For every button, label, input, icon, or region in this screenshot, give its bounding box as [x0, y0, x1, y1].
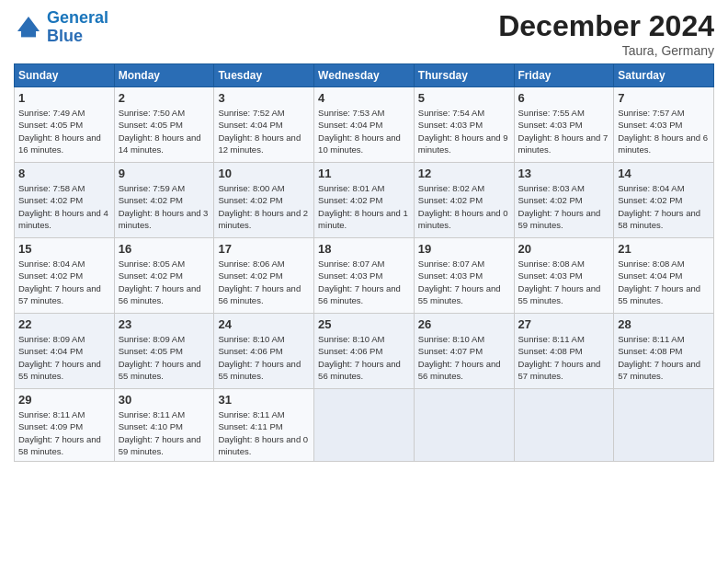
- sunrise-label: Sunrise: 8:08 AM: [518, 259, 585, 269]
- daylight-label: Daylight: 8 hours and 2 minutes.: [218, 208, 308, 230]
- header: General Blue December 2024 Taura, German…: [14, 9, 714, 58]
- table-row: 30 Sunrise: 8:11 AM Sunset: 4:10 PM Dayl…: [114, 389, 214, 462]
- table-row: 26 Sunrise: 8:10 AM Sunset: 4:07 PM Dayl…: [414, 314, 514, 389]
- daylight-label: Daylight: 8 hours and 9 minutes.: [418, 132, 508, 155]
- table-row: 14 Sunrise: 8:04 AM Sunset: 4:02 PM Dayl…: [614, 163, 714, 238]
- table-row: 9 Sunrise: 7:59 AM Sunset: 4:02 PM Dayli…: [114, 163, 214, 238]
- table-row: 10 Sunrise: 8:00 AM Sunset: 4:02 PM Dayl…: [214, 163, 314, 238]
- sunset-label: Sunset: 4:06 PM: [318, 346, 382, 356]
- daylight-label: Daylight: 8 hours and 0 minutes.: [218, 434, 308, 456]
- sunset-label: Sunset: 4:02 PM: [18, 270, 83, 281]
- sunset-label: Sunset: 4:08 PM: [518, 346, 583, 356]
- table-row: 8 Sunrise: 7:58 AM Sunset: 4:02 PM Dayli…: [15, 163, 115, 238]
- day-number: 18: [318, 242, 410, 256]
- day-number: 29: [18, 393, 110, 407]
- main-container: General Blue December 2024 Taura, German…: [0, 0, 728, 471]
- table-row: 25 Sunrise: 8:10 AM Sunset: 4:06 PM Dayl…: [314, 314, 415, 389]
- table-row: 24 Sunrise: 8:10 AM Sunset: 4:06 PM Dayl…: [214, 314, 314, 389]
- sunset-label: Sunset: 4:02 PM: [618, 195, 682, 205]
- sunrise-label: Sunrise: 7:59 AM: [119, 183, 185, 193]
- sunset-label: Sunset: 4:04 PM: [18, 346, 83, 356]
- day-number: 26: [418, 317, 510, 331]
- daylight-label: Daylight: 8 hours and 16 minutes.: [18, 132, 101, 155]
- table-row: 15 Sunrise: 8:04 AM Sunset: 4:02 PM Dayl…: [15, 238, 115, 314]
- table-row: [314, 389, 415, 462]
- sunrise-label: Sunrise: 8:11 AM: [119, 409, 185, 419]
- day-info: Sunrise: 8:11 AM Sunset: 4:08 PM Dayligh…: [618, 333, 710, 382]
- day-number: 17: [218, 242, 310, 256]
- daylight-label: Daylight: 7 hours and 59 minutes.: [119, 434, 201, 456]
- sunset-label: Sunset: 4:05 PM: [119, 346, 183, 356]
- day-number: 30: [119, 393, 210, 407]
- day-info: Sunrise: 8:07 AM Sunset: 4:03 PM Dayligh…: [318, 258, 410, 306]
- daylight-label: Daylight: 7 hours and 55 minutes.: [418, 283, 501, 305]
- col-monday: Monday: [114, 64, 214, 87]
- sunrise-label: Sunrise: 7:49 AM: [18, 108, 85, 118]
- sunrise-label: Sunrise: 8:09 AM: [119, 334, 185, 344]
- daylight-label: Daylight: 7 hours and 57 minutes.: [618, 359, 700, 381]
- sunset-label: Sunset: 4:03 PM: [418, 120, 483, 130]
- sunset-label: Sunset: 4:02 PM: [218, 270, 282, 281]
- table-row: [514, 389, 614, 462]
- day-number: 23: [119, 317, 210, 331]
- day-info: Sunrise: 7:59 AM Sunset: 4:02 PM Dayligh…: [119, 182, 210, 231]
- day-number: 27: [518, 317, 610, 331]
- table-row: 29 Sunrise: 8:11 AM Sunset: 4:09 PM Dayl…: [15, 389, 115, 462]
- col-sunday: Sunday: [15, 64, 115, 87]
- day-info: Sunrise: 8:06 AM Sunset: 4:02 PM Dayligh…: [218, 258, 310, 306]
- sunrise-label: Sunrise: 8:10 AM: [218, 334, 284, 344]
- table-row: 3 Sunrise: 7:52 AM Sunset: 4:04 PM Dayli…: [214, 87, 314, 163]
- day-info: Sunrise: 8:11 AM Sunset: 4:10 PM Dayligh…: [119, 408, 210, 457]
- sunset-label: Sunset: 4:02 PM: [18, 195, 83, 205]
- daylight-label: Daylight: 8 hours and 6 minutes.: [618, 132, 708, 155]
- sunset-label: Sunset: 4:11 PM: [218, 421, 282, 431]
- day-info: Sunrise: 8:11 AM Sunset: 4:09 PM Dayligh…: [18, 408, 110, 457]
- day-number: 12: [418, 167, 510, 180]
- table-row: [414, 389, 514, 462]
- calendar-header: Sunday Monday Tuesday Wednesday Thursday…: [15, 64, 714, 87]
- sunrise-label: Sunrise: 8:04 AM: [18, 259, 85, 269]
- sunrise-label: Sunrise: 7:57 AM: [618, 108, 684, 118]
- table-row: 31 Sunrise: 8:11 AM Sunset: 4:11 PM Dayl…: [214, 389, 314, 462]
- day-number: 24: [218, 317, 310, 331]
- day-info: Sunrise: 8:11 AM Sunset: 4:11 PM Dayligh…: [218, 408, 310, 457]
- daylight-label: Daylight: 7 hours and 56 minutes.: [218, 283, 301, 305]
- sunset-label: Sunset: 4:02 PM: [119, 195, 183, 205]
- day-number: 25: [318, 317, 410, 331]
- sunrise-label: Sunrise: 8:04 AM: [618, 183, 684, 193]
- daylight-label: Daylight: 7 hours and 59 minutes.: [518, 208, 601, 230]
- logo-line2: Blue: [47, 27, 83, 45]
- title-block: December 2024 Taura, Germany: [498, 9, 714, 58]
- table-row: 21 Sunrise: 8:08 AM Sunset: 4:04 PM Dayl…: [614, 238, 714, 314]
- day-number: 6: [518, 91, 610, 105]
- col-wednesday: Wednesday: [314, 64, 415, 87]
- table-row: 23 Sunrise: 8:09 AM Sunset: 4:05 PM Dayl…: [114, 314, 214, 389]
- table-row: 28 Sunrise: 8:11 AM Sunset: 4:08 PM Dayl…: [614, 314, 714, 389]
- svg-rect-1: [21, 31, 36, 37]
- sunset-label: Sunset: 4:02 PM: [418, 195, 483, 205]
- day-number: 19: [418, 242, 510, 256]
- daylight-label: Daylight: 7 hours and 57 minutes.: [518, 359, 601, 381]
- day-info: Sunrise: 8:02 AM Sunset: 4:02 PM Dayligh…: [418, 182, 510, 231]
- sunset-label: Sunset: 4:02 PM: [518, 195, 583, 205]
- sunrise-label: Sunrise: 8:11 AM: [218, 409, 284, 419]
- sunset-label: Sunset: 4:04 PM: [618, 270, 682, 281]
- sunset-label: Sunset: 4:05 PM: [119, 120, 183, 130]
- day-info: Sunrise: 7:54 AM Sunset: 4:03 PM Dayligh…: [418, 107, 510, 155]
- day-info: Sunrise: 8:05 AM Sunset: 4:02 PM Dayligh…: [119, 258, 210, 306]
- sunrise-label: Sunrise: 8:11 AM: [518, 334, 585, 344]
- table-row: 4 Sunrise: 7:53 AM Sunset: 4:04 PM Dayli…: [314, 87, 415, 163]
- col-friday: Friday: [514, 64, 614, 87]
- sunrise-label: Sunrise: 8:11 AM: [618, 334, 684, 344]
- table-row: 16 Sunrise: 8:05 AM Sunset: 4:02 PM Dayl…: [114, 238, 214, 314]
- daylight-label: Daylight: 7 hours and 58 minutes.: [18, 434, 101, 456]
- daylight-label: Daylight: 8 hours and 4 minutes.: [18, 208, 108, 230]
- day-info: Sunrise: 8:10 AM Sunset: 4:06 PM Dayligh…: [318, 333, 410, 382]
- sunset-label: Sunset: 4:10 PM: [119, 421, 183, 431]
- day-number: 22: [18, 317, 110, 331]
- day-info: Sunrise: 7:52 AM Sunset: 4:04 PM Dayligh…: [218, 107, 310, 155]
- logo-line1: General: [47, 8, 108, 27]
- day-info: Sunrise: 8:10 AM Sunset: 4:06 PM Dayligh…: [218, 333, 310, 382]
- sunset-label: Sunset: 4:03 PM: [418, 270, 483, 281]
- daylight-label: Daylight: 7 hours and 55 minutes.: [218, 359, 301, 381]
